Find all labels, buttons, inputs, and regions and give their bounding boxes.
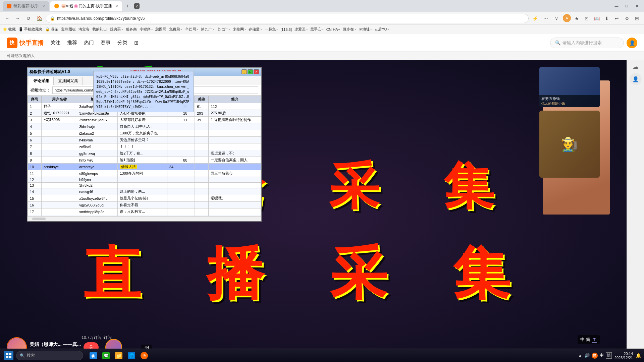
- table-row[interactable]: 12h9flymr: [28, 177, 261, 183]
- ks-search-box[interactable]: 🔍 请输入内容进行搜索: [550, 38, 624, 48]
- tab-2-close[interactable]: ✕: [115, 4, 118, 8]
- bookmark-weibu[interactable]: 微步在~: [343, 27, 356, 32]
- expand-button[interactable]: ∨: [552, 14, 561, 23]
- table-row-selected[interactable]: 10arrsbtsycarrsbtsyc借脸大法34: [28, 164, 261, 170]
- taskbar-app-edge[interactable]: 🌐: [125, 350, 138, 362]
- lang-jian[interactable]: 简: [586, 337, 590, 343]
- address-bar[interactable]: 🔒 https://live.kuaishou.com/profile/3xc7…: [46, 14, 529, 23]
- table-row[interactable]: 7zo5ba9！！！！: [28, 143, 261, 150]
- taskbar-app-ks[interactable]: 快: [138, 350, 150, 362]
- thumb-card-1[interactable]: 在努力挣钱 亿元的都是小钱: [539, 67, 600, 107]
- tab-1-close[interactable]: ✕: [42, 4, 45, 8]
- table-row[interactable]: 17xmthfnppi8fp2c谁：只因独立...: [28, 208, 261, 215]
- nav-guanzhu[interactable]: 关注: [50, 40, 60, 46]
- sidebar-icon-1[interactable]: ☁: [633, 63, 639, 70]
- table-row[interactable]: 9hntx7yr6脸1[借脸]88一定要自信离尘，因人: [28, 157, 261, 164]
- nav-fenlei[interactable]: 分类: [117, 40, 127, 46]
- bookmark-yiqi[interactable]: 一起免~: [265, 27, 278, 32]
- lang-zh[interactable]: 中: [580, 337, 585, 343]
- table-row[interactable]: 18xwzn9u4rgt5em只因独立...: [28, 215, 261, 217]
- table-row[interactable]: 14nassg46以上的房，两...: [28, 188, 261, 195]
- bookmark-retu[interactable]: 您图网: [155, 27, 166, 32]
- bookmark-taobao[interactable]: 淘宝客: [78, 27, 90, 32]
- scrollbar-thumb[interactable]: [32, 218, 46, 220]
- col-name: 用户名称: [42, 96, 77, 103]
- col-bio: 简介: [209, 96, 261, 103]
- tool-tab-live[interactable]: 直播间采集: [54, 77, 83, 85]
- tool-scrollbar[interactable]: [28, 216, 261, 221]
- table-row[interactable]: 6h4lkvm6旁边房价多贵马？: [28, 137, 261, 143]
- nav-saishi[interactable]: 赛事: [101, 40, 111, 46]
- bookmark-xiaocheng[interactable]: 小程序~: [140, 27, 153, 32]
- more-button[interactable]: ⋯: [541, 14, 550, 23]
- bookmark-yundun[interactable]: 云盾YU~: [374, 27, 389, 32]
- nav-remen[interactable]: 热门: [84, 40, 94, 46]
- bookmark-mobile[interactable]: 📱 手机收藏夹: [18, 27, 43, 32]
- bookmark-115[interactable]: [115.6]: [280, 27, 292, 32]
- table-row[interactable]: 11s80ginvnps1300多万的别两三年/n我心: [28, 170, 261, 177]
- back-button[interactable]: ←: [3, 14, 11, 23]
- taskbar-search-bar[interactable]: 🔍 搜索: [16, 351, 83, 360]
- start-button[interactable]: [3, 350, 15, 362]
- table-row[interactable]: 8gg8mxwq给2千万，在...搬运道运，不:: [28, 150, 261, 157]
- table-row[interactable]: 16ygjxw068i2q6q你看走不着: [28, 202, 261, 208]
- settings-button[interactable]: ⚙: [623, 14, 631, 23]
- bookmark-shouc[interactable]: ⭐ 收藏: [3, 27, 16, 32]
- table-row[interactable]: 43kbr4wrjc自高自大,目中无人！: [28, 123, 261, 130]
- tool-tab-comment[interactable]: 评论采集: [29, 77, 54, 85]
- table-row[interactable]: 133hr8xq2: [28, 183, 261, 188]
- bookmark-mianfei[interactable]: 免费刷~: [169, 27, 182, 32]
- close-button[interactable]: ✕: [632, 2, 641, 10]
- bookmark-gouwu[interactable]: 我购买~: [110, 27, 123, 32]
- bookmark-bingai[interactable]: 冰爱互~: [294, 27, 308, 32]
- downloads-button[interactable]: ⬇: [602, 14, 611, 23]
- new-tab-button[interactable]: +: [123, 2, 131, 10]
- bookmark-bao[interactable]: 🔒 暴某: [45, 27, 58, 32]
- bookmark-baozhu[interactable]: 宝珠图板: [61, 27, 76, 32]
- notification-bell[interactable]: 🔔: [636, 353, 641, 358]
- wechat-icon: 💬: [102, 352, 110, 359]
- user-button[interactable]: A: [563, 14, 571, 22]
- table-row[interactable]: 15x1us8uyze5w84c他是几个亿[好笑]嗯嗯嗯。: [28, 195, 261, 202]
- nav-grid[interactable]: ⊞: [134, 40, 139, 46]
- minimize-button[interactable]: —: [612, 2, 621, 10]
- bookmark-dj9[interactable]: 第九广~: [201, 27, 214, 32]
- tab-1[interactable]: 稿彩推荐-快手 ✕: [3, 1, 49, 11]
- thumb-card-2[interactable]: 🧑‍🌾: [539, 111, 600, 178]
- apps-button[interactable]: ⊞: [633, 14, 641, 23]
- data-table-container[interactable]: 序号 用户名称 加密UID 评论内容 作品 粉丝 关注 简介: [28, 96, 261, 216]
- sidebar-icon-2[interactable]: 👤: [630, 73, 642, 85]
- tool-close[interactable]: ✕: [254, 69, 259, 74]
- bookmark-wode[interactable]: 我的礼口: [92, 27, 107, 32]
- tab-2[interactable]: 🐷v²粉🌸们的主页-快手直播 ✕: [50, 1, 122, 11]
- favorites-button[interactable]: ★: [572, 14, 581, 23]
- bookmark-heishou[interactable]: 黑手安~: [310, 27, 323, 32]
- bookmark-mitui[interactable]: 米推网~: [233, 27, 246, 32]
- lang-t[interactable]: T: [592, 337, 597, 343]
- refresh-button[interactable]: ↺: [24, 14, 33, 23]
- nav-tuijian[interactable]: 推荐: [67, 40, 77, 46]
- tab-2-favicon: [54, 4, 59, 8]
- tool-maximize[interactable]: □: [248, 69, 253, 74]
- bookmark-77[interactable]: 七七广~: [217, 27, 230, 32]
- home-button[interactable]: 🏠: [35, 14, 44, 23]
- table-row[interactable]: 3~花160063xwzsnsvr9jdauk大家都好好看着11391 香把挺激…: [28, 117, 261, 123]
- maximize-button[interactable]: □: [622, 2, 631, 10]
- taskbar: 🔍 搜索 ◉ 💬 📁 🌐 快 ▲ 🔊 快 中 简 20:14 2023/12/2…: [0, 349, 644, 362]
- extensions-button[interactable]: ⚡: [531, 14, 539, 23]
- forward-button[interactable]: →: [13, 14, 22, 23]
- table-row[interactable]: 5i2aknxn21300万，北京的房子也: [28, 130, 261, 137]
- bookmark-cnha[interactable]: CN-HA~: [326, 27, 340, 32]
- taskbar-app-wechat[interactable]: 💬: [100, 350, 112, 362]
- bookmark-cun[interactable]: 存储量~: [249, 27, 262, 32]
- collections-button[interactable]: ⊡: [582, 14, 591, 23]
- bookmark-xinba[interactable]: 辛巴网~: [185, 27, 198, 32]
- taskbar-app-files[interactable]: 📁: [113, 350, 125, 362]
- bookmark-fuwu[interactable]: 服务商: [126, 27, 137, 32]
- tool-minimize[interactable]: _: [241, 69, 247, 74]
- reading-button[interactable]: 📖: [592, 14, 601, 23]
- taskbar-app-cortana[interactable]: ◉: [87, 350, 99, 362]
- bookmark-ip[interactable]: IP地址~: [359, 27, 372, 32]
- refresh2-button[interactable]: ↩: [612, 14, 621, 23]
- user-avatar-header[interactable]: 👤: [627, 38, 637, 48]
